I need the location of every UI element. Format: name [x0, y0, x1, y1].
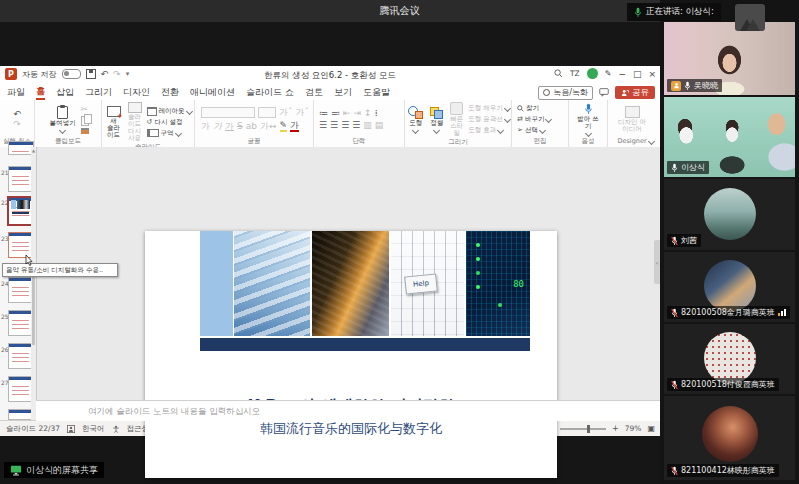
participant-tile-2[interactable]: 이상식 [664, 97, 795, 177]
arrange-button[interactable]: 정렬 [428, 107, 445, 133]
format-painter-button[interactable] [81, 128, 89, 134]
new-slide-button[interactable]: 새 슬라이드 [105, 106, 123, 139]
account-initials[interactable]: TZ [570, 69, 580, 78]
replace-button[interactable]: ⇄바꾸기 [517, 115, 551, 124]
shape-outline-button[interactable]: 도형 윤곽선 [468, 115, 510, 124]
slide-22[interactable]: Help 80 K-Pop의 세계화와 디지털화 韩国流行音乐的国际化与数字化 [145, 231, 557, 478]
powerpoint-icon[interactable]: P [5, 68, 17, 80]
zoom-slider[interactable] [560, 428, 606, 430]
increase-indent-button[interactable]: ⇥ [354, 109, 362, 118]
account-avatar[interactable] [587, 68, 598, 79]
justify-button[interactable]: ☰ [352, 121, 360, 130]
numbering-button[interactable]: ≕ [331, 109, 340, 118]
shape-fill-button[interactable]: 도형 채우기 [468, 104, 510, 113]
tab-transitions[interactable]: 전환 [161, 86, 179, 99]
font-size-select[interactable] [258, 107, 276, 118]
tab-insert[interactable]: 삽입 [56, 86, 74, 99]
redo-button[interactable]: ↷ [13, 120, 21, 129]
thumbnail-scrollbar[interactable]: ▲ [31, 147, 36, 420]
language-status[interactable]: 한국어 [82, 424, 105, 434]
comment-icon[interactable] [599, 88, 609, 97]
slide-photo-dark-keyboard[interactable] [312, 231, 389, 336]
save-icon[interactable] [86, 69, 96, 79]
section-button[interactable]: 구역 [147, 129, 192, 138]
tab-view[interactable]: 보기 [334, 86, 352, 99]
qat-dropdown-icon[interactable]: ▾ [126, 70, 130, 78]
participant-tile-1[interactable]: 吴晓晓 [664, 22, 795, 95]
highlight-color-button[interactable]: ✎ [280, 121, 288, 132]
notes-pane[interactable]: 여기에 슬라이드 노트의 내용을 입력하십시오 [36, 400, 660, 421]
decrease-indent-button[interactable]: ⇤ [343, 109, 351, 118]
slide-photo-circuit-board[interactable]: 80 [466, 231, 530, 336]
font-color-button[interactable]: 가 [290, 121, 299, 132]
char-spacing-button[interactable]: 가↔ [260, 122, 277, 131]
sidebar-collapse-handle[interactable]: ‹ [654, 240, 660, 284]
line-spacing-button[interactable]: ↕ [364, 109, 372, 118]
layout-button[interactable]: 레이아웃 [147, 107, 192, 116]
grow-font-button[interactable]: 가ˆ [279, 108, 293, 117]
ribbon-group-slides: 새 슬라이드 슬라이드 다시 사용 레이아웃 ↺다시 설정 구역 슬라이드 [102, 100, 195, 147]
align-right-button[interactable]: ☰ [341, 121, 349, 130]
shadow-button[interactable]: ab [246, 122, 257, 131]
tencent-meeting-logo [735, 4, 765, 31]
align-left-button[interactable]: ☰ [319, 121, 327, 130]
paste-button[interactable]: 붙여넣기 [48, 106, 78, 133]
fit-to-window-icon[interactable]: ▣ [647, 424, 655, 433]
undo-icon[interactable]: ↶ [101, 69, 109, 79]
bold-button[interactable]: 가 [201, 122, 210, 131]
font-name-select[interactable] [201, 107, 255, 118]
participant-tile-6[interactable]: 821100412林映彤商英班 [664, 396, 795, 480]
shapes-button[interactable]: 도형 [406, 106, 425, 133]
participant-tile-5[interactable]: 820100518付俊霞商英班 [664, 324, 795, 394]
dictate-button[interactable]: 받아 쓰기 [573, 103, 603, 136]
record-button[interactable]: 녹음/녹화 [538, 86, 593, 100]
italic-button[interactable]: 가 [213, 122, 222, 131]
spellcheck-icon[interactable] [67, 425, 75, 433]
accessibility-icon[interactable] [112, 425, 120, 433]
strikethrough-button[interactable]: S [237, 122, 243, 131]
search-icon[interactable] [554, 69, 563, 78]
ppt-maximize-button[interactable]: □ [633, 69, 642, 79]
cut-button[interactable]: ✂ [81, 105, 89, 114]
tab-design[interactable]: 디자인 [123, 86, 150, 99]
slide-title-chinese[interactable]: 韩国流行音乐的国际化与数字化 [145, 420, 557, 438]
tab-animations[interactable]: 애니메이션 [190, 86, 235, 99]
zoom-level[interactable]: 79% [625, 424, 642, 433]
slide-blue-square[interactable] [200, 231, 233, 336]
reset-button[interactable]: ↺다시 설정 [147, 118, 192, 127]
reuse-slides-button[interactable]: 슬라이드 다시 사용 [126, 102, 144, 142]
ppt-minimize-button[interactable]: − [618, 69, 626, 79]
find-button[interactable]: 찾기 [517, 104, 539, 113]
ppt-close-button[interactable]: × [648, 69, 656, 79]
slide-navy-bar[interactable] [200, 338, 530, 351]
slide-photo-help-key[interactable]: Help [391, 231, 464, 336]
redo-icon[interactable]: ↷ [113, 69, 121, 79]
select-button[interactable]: ➢선택 [517, 126, 545, 135]
undo-button[interactable]: ↶ [13, 110, 21, 119]
tab-draw[interactable]: 그리기 [85, 86, 112, 99]
smartart-button[interactable]: ▤ [375, 121, 384, 130]
tab-review[interactable]: 검토 [305, 86, 323, 99]
underline-button[interactable]: 가 [225, 122, 234, 131]
text-direction-button[interactable]: ⁞ [375, 109, 378, 118]
columns-button[interactable]: ▥ [363, 121, 372, 130]
copy-button[interactable] [81, 116, 89, 126]
zoom-in-button[interactable]: + [612, 424, 619, 433]
tab-slideshow[interactable]: 슬라이드 쇼 [246, 86, 294, 99]
pen-icon[interactable]: ✎ [605, 69, 612, 78]
participant-tile-4[interactable]: 820100508金月璐商英班 [664, 252, 795, 322]
bullets-button[interactable]: ≔ [319, 109, 328, 118]
design-ideas-button[interactable]: 디자인 아이디어 [613, 106, 651, 133]
shrink-font-button[interactable]: 가ˇ [296, 108, 310, 117]
section-icon [147, 129, 159, 137]
autosave-toggle[interactable] [62, 69, 81, 79]
slide-photo-blue-keyboard[interactable] [234, 231, 310, 336]
align-center-button[interactable]: ☰ [330, 121, 338, 130]
quick-styles-button[interactable]: 빠른 스타일 [448, 102, 465, 137]
shape-effects-button[interactable]: 도형 효과 [468, 126, 510, 135]
share-button[interactable]: 공유 [615, 86, 655, 99]
tab-file[interactable]: 파일 [7, 86, 25, 99]
participant-tile-3[interactable]: 刘茜 [664, 179, 795, 250]
tab-help[interactable]: 도움말 [363, 86, 390, 99]
tab-home[interactable]: 홈 [36, 85, 45, 100]
